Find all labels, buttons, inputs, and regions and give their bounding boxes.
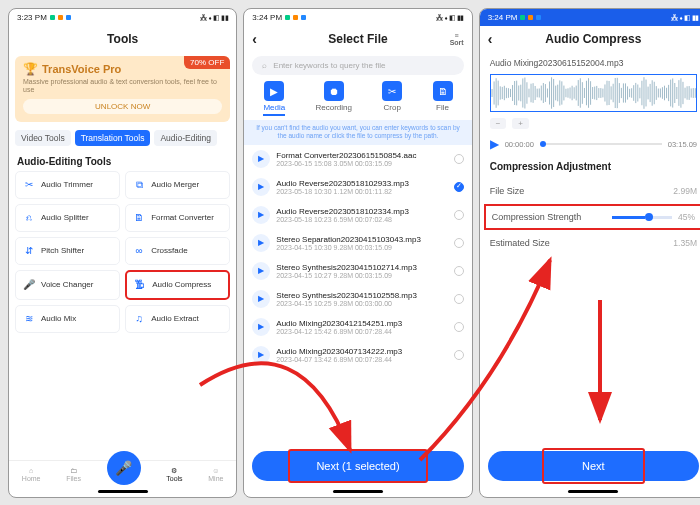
waveform[interactable] — [490, 74, 697, 112]
file-row[interactable]: ▶Stereo Separation20230415103043.mp32023… — [244, 229, 471, 257]
file-checkbox[interactable] — [454, 350, 464, 360]
play-button[interactable]: ▶ — [490, 137, 499, 151]
tool-voice-changer[interactable]: 🎤Voice Changer — [15, 270, 120, 300]
status-bar: 3:24 PM ⁂ ⬧ ◧ ▮▮ — [480, 9, 700, 26]
compression-strength-row: Compression Strength 45% — [484, 204, 700, 230]
file-meta: 2023-04-15 10:30 9.28M 00:03:15.09 — [276, 244, 447, 251]
compression-slider[interactable] — [612, 216, 672, 219]
tool-audio-merger[interactable]: ⧉Audio Merger — [125, 171, 230, 199]
file-meta: 2023-06-15 15:08 3.05M 00:03:15.09 — [276, 160, 447, 167]
screen-select-file: 3:24 PM ⁂ ⬧ ◧ ▮▮ ‹ Select File ≡Sort ⌕En… — [243, 8, 472, 498]
play-icon[interactable]: ▶ — [252, 290, 270, 308]
section-header: Compression Adjustment — [490, 161, 697, 172]
page-title: Audio Compress — [545, 32, 641, 46]
play-icon[interactable]: ▶ — [252, 206, 270, 224]
file-checkbox[interactable] — [454, 322, 464, 332]
tool-icon: 🎤 — [22, 278, 36, 292]
page-title: Select File — [328, 32, 387, 46]
tab-video-tools[interactable]: Video Tools — [15, 130, 71, 146]
tool-audio-compress[interactable]: 🗜Audio Compress — [125, 270, 230, 300]
unlock-button[interactable]: UNLOCK NOW — [23, 99, 222, 114]
search-input[interactable]: ⌕Enter keywords to query the file — [252, 56, 463, 75]
file-icon: 🗎 — [433, 81, 453, 101]
nav-files[interactable]: 🗀Files — [66, 467, 81, 482]
compression-value: 45% — [678, 212, 695, 222]
play-icon[interactable]: ▶ — [252, 234, 270, 252]
file-meta: 2023-04-15 10:27 9.28M 00:03:15.09 — [276, 272, 447, 279]
estimated-size-label: Estimated Size — [490, 238, 550, 248]
file-meta: 2023-04-12 15:42 6.89M 00:07:28.44 — [276, 328, 447, 335]
file-size-value: 2.99M — [673, 186, 697, 196]
play-icon[interactable]: ▶ — [252, 150, 270, 168]
tool-audio-splitter[interactable]: ⎌Audio Splitter — [15, 204, 120, 232]
play-icon[interactable]: ▶ — [252, 262, 270, 280]
tab-audio-editing[interactable]: Audio-Editing — [154, 130, 217, 146]
file-row[interactable]: ▶Stereo Synthesis20230415102714.mp32023-… — [244, 257, 471, 285]
screen-audio-compress: 3:24 PM ⁂ ⬧ ◧ ▮▮ ‹ Audio Compress Audio … — [479, 8, 700, 498]
file-size-label: File Size — [490, 186, 525, 196]
status-bar: 3:24 PM ⁂ ⬧ ◧ ▮▮ — [244, 9, 471, 26]
bottom-nav: ⌂Home 🗀Files 🎤 ⚙Tools ☺Mine — [9, 460, 236, 487]
file-checkbox[interactable] — [454, 238, 464, 248]
crop-icon: ✂ — [382, 81, 402, 101]
tool-audio-mix[interactable]: ≋Audio Mix — [15, 305, 120, 333]
back-icon[interactable]: ‹ — [488, 31, 493, 47]
file-meta: 2023-04-07 13:42 6.89M 00:07:28.44 — [276, 356, 447, 363]
tool-icon: ♫ — [132, 312, 146, 326]
file-row[interactable]: ▶Audio Mixing20230407134222.mp32023-04-0… — [244, 341, 471, 369]
promo-banner[interactable]: 70% OFF 🏆TransVoice Pro Massive professi… — [15, 56, 230, 122]
home-indicator — [333, 490, 383, 493]
time-current: 00:00:00 — [505, 140, 534, 149]
sort-button[interactable]: ≡Sort — [450, 32, 464, 46]
play-icon[interactable]: ▶ — [252, 346, 270, 364]
nav-home[interactable]: ⌂Home — [22, 467, 41, 482]
play-icon: ▶ — [264, 81, 284, 101]
file-row[interactable]: ▶Audio Reverse20230518102933.mp32023-05-… — [244, 173, 471, 201]
cat-crop[interactable]: ✂Crop — [382, 81, 402, 116]
file-name: Audio Mixing20230412154251.mp3 — [276, 319, 447, 328]
back-icon[interactable]: ‹ — [252, 31, 257, 47]
tool-icon: ⧉ — [132, 178, 146, 192]
file-row[interactable]: ▶Audio Reverse20230518102334.mp32023-05-… — [244, 201, 471, 229]
tool-audio-trimmer[interactable]: ✂Audio Trimmer — [15, 171, 120, 199]
file-name: Stereo Synthesis20230415102714.mp3 — [276, 263, 447, 272]
seek-track[interactable] — [540, 143, 662, 145]
zoom-out-button[interactable]: − — [490, 118, 507, 129]
hint-text: If you can't find the audio you want, yo… — [244, 120, 471, 145]
tool-icon: ⇵ — [22, 244, 36, 258]
tab-translation-tools[interactable]: Translation Tools — [75, 130, 151, 146]
tool-pitch-shifter[interactable]: ⇵Pitch Shifter — [15, 237, 120, 265]
estimated-size-value: 1.35M — [673, 238, 697, 248]
cat-recording[interactable]: ⏺Recording — [316, 81, 352, 116]
tool-icon: ✂ — [22, 178, 36, 192]
nav-tools[interactable]: ⚙Tools — [166, 467, 182, 482]
play-icon[interactable]: ▶ — [252, 178, 270, 196]
cat-file[interactable]: 🗎File — [433, 81, 453, 116]
file-row[interactable]: ▶Format Converter20230615150854.aac2023-… — [244, 145, 471, 173]
time-total: 03:15.09 — [668, 140, 697, 149]
file-meta: 2023-04-15 10:25 9.28M 00:03:00.00 — [276, 300, 447, 307]
trophy-icon: 🏆 — [23, 62, 38, 76]
file-name: Format Converter20230615150854.aac — [276, 151, 447, 160]
tool-crossfade[interactable]: ∞Crossfade — [125, 237, 230, 265]
play-icon[interactable]: ▶ — [252, 318, 270, 336]
file-row[interactable]: ▶Audio Mixing20230412154251.mp32023-04-1… — [244, 313, 471, 341]
search-icon: ⌕ — [262, 61, 267, 70]
cat-media[interactable]: ▶Media — [263, 81, 285, 116]
file-name: Stereo Synthesis20230415102558.mp3 — [276, 291, 447, 300]
nav-mine[interactable]: ☺Mine — [208, 467, 223, 482]
page-title: Tools — [9, 26, 236, 52]
highlight-box — [288, 449, 427, 483]
file-checkbox[interactable] — [454, 154, 464, 164]
file-checkbox[interactable] — [454, 266, 464, 276]
file-row[interactable]: ▶Stereo Synthesis20230415102558.mp32023-… — [244, 285, 471, 313]
file-checkbox[interactable] — [454, 210, 464, 220]
tool-audio-extract[interactable]: ♫Audio Extract — [125, 305, 230, 333]
tool-icon: ∞ — [132, 244, 146, 258]
tool-icon: 🗎 — [132, 211, 146, 225]
zoom-in-button[interactable]: + — [512, 118, 529, 129]
tool-format-converter[interactable]: 🗎Format Converter — [125, 204, 230, 232]
file-checkbox[interactable] — [454, 294, 464, 304]
file-checkbox[interactable] — [454, 182, 464, 192]
mic-button[interactable]: 🎤 — [107, 451, 141, 485]
